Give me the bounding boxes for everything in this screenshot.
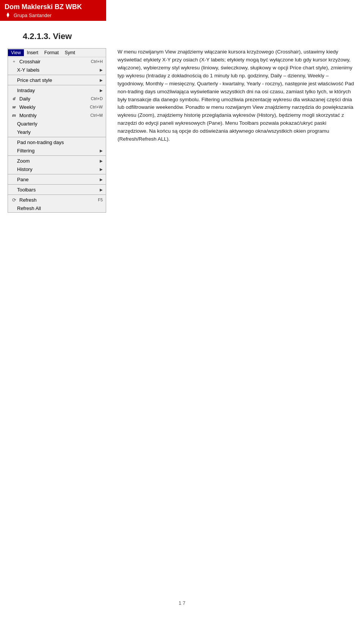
menu-item-refresh-all[interactable]: Refresh All <box>8 204 106 212</box>
menu-item-pane[interactable]: Pane ▶ <box>8 175 106 183</box>
menu-item-xy-labels[interactable]: X-Y labels ▶ <box>8 66 106 74</box>
arrow-icon-5: ▶ <box>100 159 103 163</box>
weekly-icon: w <box>11 105 17 109</box>
menu-panel: View Insert Format Symt + Crosshair Ctrl… <box>8 48 106 213</box>
separator-1 <box>8 75 106 75</box>
page-title: 4.2.1.3. View <box>23 31 364 41</box>
menu-bar-insert[interactable]: Insert <box>24 49 41 56</box>
separator-5 <box>8 174 106 174</box>
arrow-icon-3: ▶ <box>100 88 103 93</box>
arrow-icon-4: ▶ <box>100 149 103 153</box>
arrow-icon-7: ▶ <box>100 177 103 182</box>
menu-bar: View Insert Format Symt <box>8 49 106 57</box>
santander-flame-icon <box>5 12 11 19</box>
menu-item-refresh[interactable]: ⟳ Refresh F5 <box>8 196 106 204</box>
daily-icon: d <box>11 96 17 101</box>
menu-bar-symt[interactable]: Symt <box>62 49 78 56</box>
menu-item-monthly[interactable]: m Monthly Ctrl+M <box>8 111 106 119</box>
header-subtitle: Grupa Santander <box>14 13 52 18</box>
header-title: Dom Maklerski BZ WBK <box>5 3 102 11</box>
header: Dom Maklerski BZ WBK Grupa Santander <box>0 0 364 21</box>
menu-item-pad-non-trading[interactable]: Pad non-trading days <box>8 138 106 146</box>
arrow-icon-6: ▶ <box>100 167 103 171</box>
separator-6 <box>8 184 106 185</box>
separator-2 <box>8 85 106 85</box>
menu-item-crosshair[interactable]: + Crosshair Ctrl+H <box>8 57 106 66</box>
monthly-icon: m <box>11 113 17 118</box>
menu-bar-view[interactable]: View <box>8 49 24 56</box>
crosshair-icon: + <box>11 59 17 64</box>
menu-item-yearly[interactable]: Yearly <box>8 128 106 136</box>
arrow-icon-2: ▶ <box>100 78 103 82</box>
menu-item-price-chart-style[interactable]: Price chart style ▶ <box>8 76 106 84</box>
menu-item-weekly[interactable]: w Weekly Ctrl+W <box>8 103 106 111</box>
separator-4 <box>8 155 106 156</box>
separator-7 <box>8 194 106 195</box>
separator-3 <box>8 137 106 137</box>
menu-bar-format[interactable]: Format <box>41 49 62 56</box>
menu-item-zoom[interactable]: Zoom ▶ <box>8 157 106 165</box>
menu-item-quarterly[interactable]: Quarterly <box>8 119 106 128</box>
menu-item-daily[interactable]: d Daily Ctrl+D <box>8 94 106 103</box>
page-number: 1 7 <box>0 600 364 606</box>
menu-item-intraday[interactable]: Intraday ▶ <box>8 86 106 94</box>
refresh-icon: ⟳ <box>11 197 17 203</box>
menu-item-filtering[interactable]: Filtering ▶ <box>8 146 106 155</box>
menu-item-history[interactable]: History ▶ <box>8 165 106 173</box>
menu-item-toolbars[interactable]: Toolbars ▶ <box>8 185 106 194</box>
arrow-icon-8: ▶ <box>100 188 103 192</box>
arrow-icon: ▶ <box>100 68 103 72</box>
description-text: W menu rozwijanym View znajdziemy włącza… <box>118 48 356 213</box>
